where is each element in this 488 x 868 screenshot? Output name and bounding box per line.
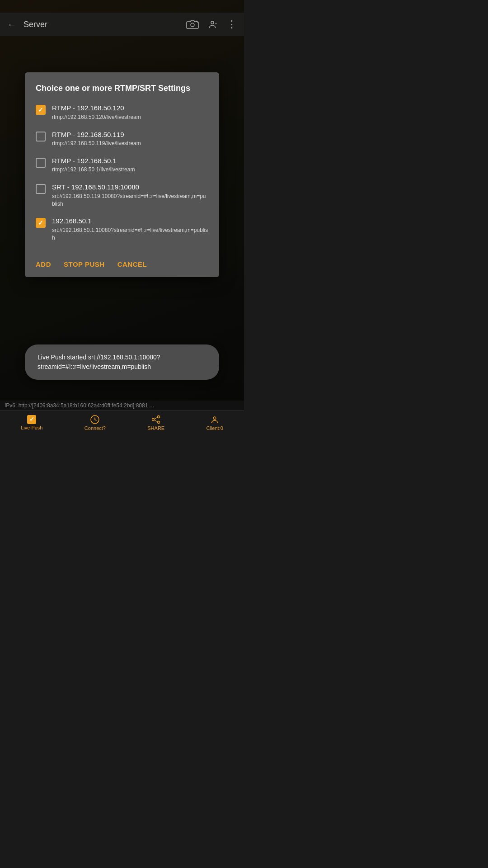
option-4-url: srt://192.168.50.119:10080?streamid=#!::… bbox=[52, 193, 208, 208]
bottom-item-connect[interactable]: Connect? bbox=[84, 415, 106, 431]
more-icon[interactable]: ⋮ bbox=[224, 16, 239, 33]
svg-point-11 bbox=[158, 421, 160, 423]
settings-dialog: Choice one or more RTMP/SRT Settings RTM… bbox=[25, 72, 219, 277]
camera-icon[interactable] bbox=[186, 19, 199, 29]
checkbox-4[interactable] bbox=[36, 184, 46, 194]
option-1-title: RTMP - 192.168.50.120 bbox=[52, 104, 208, 113]
option-row-1: RTMP - 192.168.50.120 rtmp://192.168.50.… bbox=[36, 104, 208, 121]
page-title: Server bbox=[23, 20, 180, 29]
option-2-title: RTMP - 192.168.50.119 bbox=[52, 130, 208, 139]
option-5-url: srt://192.168.50.1:10080?streamid=#!::r=… bbox=[52, 226, 208, 242]
bottom-bar: Live Push Connect? SHARE Clie bbox=[0, 410, 244, 434]
checkbox-3-box[interactable] bbox=[36, 158, 46, 168]
svg-point-10 bbox=[152, 418, 155, 420]
checkbox-5[interactable] bbox=[36, 218, 46, 228]
client-icon bbox=[210, 415, 220, 425]
connect-label: Connect? bbox=[84, 425, 106, 431]
svg-point-9 bbox=[158, 415, 160, 418]
dialog-title: Choice one or more RTMP/SRT Settings bbox=[36, 83, 208, 94]
option-4-title: SRT - 192.168.50.119:10080 bbox=[52, 183, 208, 192]
option-3-url: rtmp://192.168.50.1/live/livestream bbox=[52, 166, 208, 174]
svg-point-6 bbox=[191, 23, 194, 27]
svg-line-13 bbox=[155, 420, 158, 422]
bottom-item-share[interactable]: SHARE bbox=[147, 415, 164, 431]
cancel-button[interactable]: CANCEL bbox=[117, 259, 147, 270]
live-push-checkbox bbox=[27, 415, 36, 424]
toast-message: Live Push started srt://192.168.50.1:100… bbox=[25, 344, 219, 380]
option-1-url: rtmp://192.168.50.120/live/livestream bbox=[52, 113, 208, 121]
option-5-title: 192.168.50.1 bbox=[52, 217, 208, 226]
audio-icon[interactable] bbox=[207, 19, 218, 30]
svg-line-12 bbox=[155, 417, 158, 419]
option-2-url: rtmp://192.168.50.119/live/livestream bbox=[52, 140, 208, 147]
add-button[interactable]: ADD bbox=[36, 259, 51, 270]
stop-push-button[interactable]: STOP PUSH bbox=[64, 259, 105, 270]
option-3-title: RTMP - 192.168.50.1 bbox=[52, 156, 208, 165]
dialog-actions: ADD STOP PUSH CANCEL bbox=[36, 250, 208, 277]
bottom-item-live-push[interactable]: Live Push bbox=[21, 415, 42, 430]
checkbox-1[interactable] bbox=[36, 105, 46, 115]
share-icon bbox=[151, 415, 161, 425]
checkbox-3[interactable] bbox=[36, 158, 46, 168]
ipv6-bar: IPv6: http://[2409:8a34:5a18:b160:62a4:d… bbox=[0, 401, 244, 410]
share-label: SHARE bbox=[147, 425, 164, 431]
option-row-2: RTMP - 192.168.50.119 rtmp://192.168.50.… bbox=[36, 130, 208, 147]
option-row-4: SRT - 192.168.50.119:10080 srt://192.168… bbox=[36, 183, 208, 208]
option-row-3: RTMP - 192.168.50.1 rtmp://192.168.50.1/… bbox=[36, 156, 208, 174]
checkbox-1-box[interactable] bbox=[36, 105, 46, 115]
live-push-label: Live Push bbox=[21, 425, 42, 430]
checkbox-5-box[interactable] bbox=[36, 218, 46, 228]
checkbox-2-box[interactable] bbox=[36, 132, 46, 142]
client-label: Client:0 bbox=[206, 425, 223, 431]
svg-point-14 bbox=[213, 417, 216, 420]
back-button[interactable]: ← bbox=[5, 17, 19, 33]
option-row-5: 192.168.50.1 srt://192.168.50.1:10080?st… bbox=[36, 217, 208, 241]
checkbox-4-box[interactable] bbox=[36, 184, 46, 194]
top-app-bar: ← Server ⋮ bbox=[0, 13, 244, 36]
connect-icon bbox=[90, 415, 100, 425]
checkbox-2[interactable] bbox=[36, 132, 46, 142]
bottom-item-client[interactable]: Client:0 bbox=[206, 415, 223, 431]
svg-point-7 bbox=[211, 21, 214, 24]
